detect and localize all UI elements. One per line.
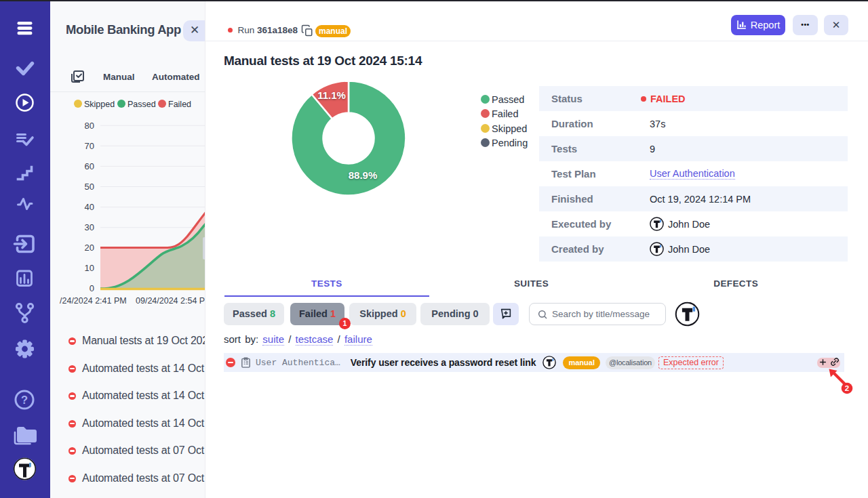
svg-text:11.1%: 11.1% xyxy=(317,89,346,101)
svg-text:10: 10 xyxy=(85,263,94,273)
svg-text:88.9%: 88.9% xyxy=(349,169,378,181)
svg-text:40: 40 xyxy=(85,202,94,212)
svg-text:2: 2 xyxy=(845,384,849,392)
svg-text:?: ? xyxy=(21,394,28,406)
svg-text:70: 70 xyxy=(85,141,94,151)
svg-text:0: 0 xyxy=(90,283,94,293)
svg-text:80: 80 xyxy=(85,121,94,131)
svg-text:30: 30 xyxy=(85,222,94,232)
svg-text:20: 20 xyxy=(85,243,94,253)
svg-text:50: 50 xyxy=(85,182,94,192)
svg-text:60: 60 xyxy=(85,161,94,171)
